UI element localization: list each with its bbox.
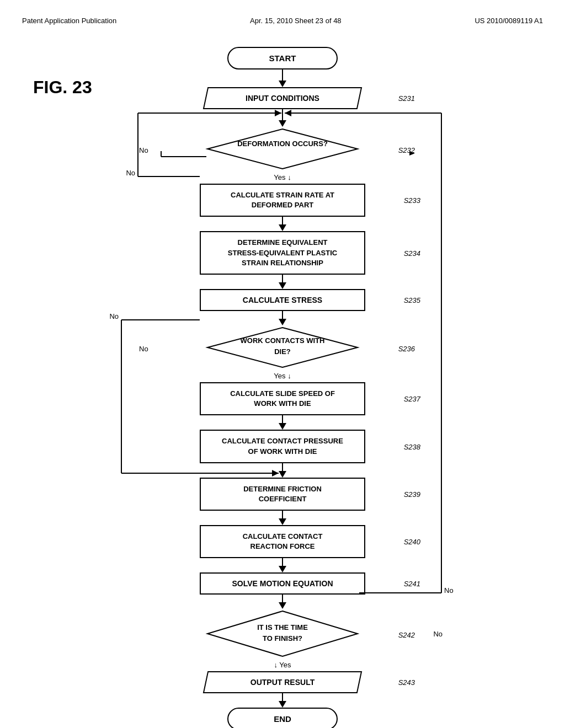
svg-marker-0 xyxy=(207,129,358,169)
s240-rect: CALCULATE CONTACTREACTION FORCE xyxy=(200,525,365,558)
node-s234: DETERMINE EQUIVALENTSTRESS-EQUIVALENT PL… xyxy=(200,231,365,275)
node-s241: SOLVE MOTION EQUATION S241 xyxy=(200,572,365,595)
start-node: START xyxy=(227,47,338,69)
connector-11 xyxy=(279,693,286,708)
s234-label: S234 xyxy=(404,249,420,257)
node-s236: WORK CONTACTS WITH DIE? S236 xyxy=(205,325,360,372)
connector-3 xyxy=(279,217,286,231)
svg-text:TO FINISH?: TO FINISH? xyxy=(263,634,302,643)
s234-rect: DETERMINE EQUIVALENTSTRESS-EQUIVALENT PL… xyxy=(200,231,365,275)
s237-label: S237 xyxy=(404,395,420,403)
s242-diamond-svg: IT IS THE TIME TO FINISH? xyxy=(205,609,360,659)
node-s243: OUTPUT RESULT S243 xyxy=(205,671,360,693)
s236-diamond-svg: WORK CONTACTS WITH DIE? xyxy=(205,325,360,370)
s238-label: S238 xyxy=(404,442,420,451)
s232-yes-flow: Yes ↓ xyxy=(274,173,291,181)
s237-rect: CALCULATE SLIDE SPEED OFWORK WITH DIE xyxy=(200,382,365,415)
s241-label: S241 xyxy=(404,580,420,588)
connector-4 xyxy=(279,275,286,289)
node-s240: CALCULATE CONTACTREACTION FORCE S240 xyxy=(200,525,365,558)
s236-step: S236 xyxy=(398,344,415,352)
s235-label: S235 xyxy=(404,296,420,304)
node-s233: CALCULATE STRAIN RATE ATDEFORMED PART S2… xyxy=(200,184,365,217)
s231-shape: INPUT CONDITIONS xyxy=(203,87,363,109)
s243-label: S243 xyxy=(398,678,415,687)
connector-9 xyxy=(279,558,286,572)
s231-label: S231 xyxy=(398,94,415,103)
s236-yes-label: Yes ↓ xyxy=(274,372,291,380)
s242-no-label: No xyxy=(433,630,443,638)
s242-yes-label: ↓ Yes xyxy=(274,661,291,669)
svg-marker-8 xyxy=(207,611,358,656)
page-header: Patent Application Publication Apr. 15, … xyxy=(22,11,543,36)
svg-text:WORK CONTACTS WITH: WORK CONTACTS WITH xyxy=(241,336,325,345)
connector-8 xyxy=(279,511,286,525)
header-right: US 2010/0089119 A1 xyxy=(475,17,543,25)
node-s232-wrap: No DEFORMATION OCCURS? S232 xyxy=(205,127,360,173)
node-s237: CALCULATE SLIDE SPEED OFWORK WITH DIE S2… xyxy=(200,382,365,415)
header-left: Patent Application Publication xyxy=(22,17,116,25)
flowchart: START INPUT CONDITIONS S231 xyxy=(22,47,543,728)
connector-1 xyxy=(279,69,286,87)
node-end: END xyxy=(227,708,338,728)
node-start: START xyxy=(227,47,338,69)
node-s231: INPUT CONDITIONS S231 xyxy=(205,87,360,109)
node-s239: DETERMINE FRICTIONCOEFFICIENT S239 xyxy=(200,478,365,511)
node-s235: CALCULATE STRESS S235 xyxy=(200,289,365,311)
node-s232: DEFORMATION OCCURS? S232 xyxy=(205,127,360,173)
s233-rect: CALCULATE STRAIN RATE ATDEFORMED PART xyxy=(200,184,365,217)
s232-yes-label: Yes ↓ xyxy=(274,173,291,181)
s242-yes-flow: ↓ Yes xyxy=(274,661,291,669)
s239-rect: DETERMINE FRICTIONCOEFFICIENT xyxy=(200,478,365,511)
node-s242: IT IS THE TIME TO FINISH? S242 No xyxy=(205,609,360,661)
svg-text:IT IS THE TIME: IT IS THE TIME xyxy=(257,623,308,631)
connector-7 xyxy=(279,463,286,478)
s236-no-label: No xyxy=(139,344,148,352)
end-node: END xyxy=(227,708,338,728)
s235-rect: CALCULATE STRESS xyxy=(200,289,365,311)
s239-label: S239 xyxy=(404,490,420,498)
svg-text:DIE?: DIE? xyxy=(274,347,291,356)
s233-label: S233 xyxy=(404,196,420,205)
s242-step: S242 xyxy=(398,631,415,639)
s241-rect: SOLVE MOTION EQUATION xyxy=(200,572,365,595)
node-s238: CALCULATE CONTACT PRESSUREOF WORK WITH D… xyxy=(200,430,365,463)
page: Patent Application Publication Apr. 15, … xyxy=(0,0,565,728)
s240-label: S240 xyxy=(404,538,420,546)
s238-rect: CALCULATE CONTACT PRESSUREOF WORK WITH D… xyxy=(200,430,365,463)
connector-10 xyxy=(279,595,286,609)
header-center: Apr. 15, 2010 Sheet 23 of 48 xyxy=(250,17,342,25)
s232-diamond-svg: DEFORMATION OCCURS? xyxy=(205,127,360,171)
node-s236-wrap: No WORK CONTACTS WITH DIE? S236 xyxy=(205,325,360,372)
s243-text: OUTPUT RESULT xyxy=(234,678,331,687)
connector-2 xyxy=(279,109,286,127)
node-s242-wrap: IT IS THE TIME TO FINISH? S242 No xyxy=(205,609,360,661)
connector-6 xyxy=(279,415,286,430)
connector-5 xyxy=(279,311,286,325)
s243-shape: OUTPUT RESULT xyxy=(203,671,363,693)
svg-marker-4 xyxy=(409,151,415,156)
s231-text: INPUT CONDITIONS xyxy=(234,94,331,103)
s232-no-arrow-svg xyxy=(145,151,420,162)
svg-text:DEFORMATION OCCURS?: DEFORMATION OCCURS? xyxy=(237,140,328,148)
s236-yes-flow: Yes ↓ xyxy=(274,372,291,380)
